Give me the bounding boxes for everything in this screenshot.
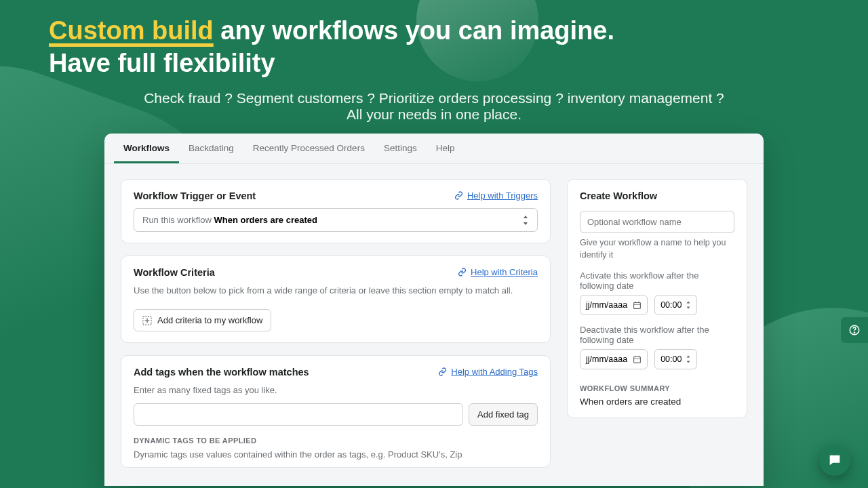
tab-recent-orders[interactable]: Recently Processed Orders — [243, 134, 374, 163]
hero-highlight: Custom build — [49, 16, 214, 45]
app-window: Workflows Backdating Recently Processed … — [104, 134, 764, 486]
link-icon — [454, 191, 463, 200]
svg-rect-2 — [635, 301, 635, 302]
name-help-text: Give your workflow a name to help you id… — [580, 237, 734, 261]
link-icon — [438, 367, 447, 376]
svg-rect-8 — [634, 358, 641, 359]
workflow-summary-header: WORKFLOW SUMMARY — [580, 384, 734, 392]
tab-backdating[interactable]: Backdating — [179, 134, 243, 163]
deactivate-time-input[interactable]: 00:00 — [654, 349, 697, 369]
activate-date-input[interactable]: jj/mm/aaaa — [580, 295, 648, 315]
chat-button[interactable] — [819, 445, 850, 476]
link-help-criteria[interactable]: Help with Criteria — [458, 267, 538, 277]
dynamic-tags-header: DYNAMIC TAGS TO BE APPLIED — [134, 436, 538, 445]
card-trigger: Workflow Trigger or Event Help with Trig… — [121, 179, 551, 243]
criteria-description: Use the button below to pick from a wide… — [134, 285, 538, 297]
tab-workflows[interactable]: Workflows — [114, 134, 179, 163]
dynamic-tags-description: Dynamic tags use values contained within… — [134, 449, 538, 461]
help-fab-button[interactable] — [841, 317, 868, 343]
activate-label: Activate this workflow after the followi… — [580, 270, 734, 291]
deactivate-date-input[interactable]: jj/mm/aaaa — [580, 349, 648, 369]
add-fixed-tag-button[interactable]: Add fixed tag — [469, 403, 538, 426]
select-chevron-icon — [522, 216, 529, 225]
tabs: Workflows Backdating Recently Processed … — [104, 134, 764, 164]
svg-rect-7 — [639, 355, 639, 357]
svg-rect-3 — [639, 301, 639, 302]
trigger-select[interactable]: Run this workflow When orders are create… — [134, 208, 538, 232]
hero-subtitle: Check fraud ? Segment customers ? Priori… — [49, 90, 819, 123]
deactivate-label: Deactivate this workflow after the follo… — [580, 325, 734, 345]
workflow-summary-text: When orders are created — [580, 396, 734, 407]
svg-rect-6 — [635, 355, 635, 357]
tab-settings[interactable]: Settings — [374, 134, 427, 163]
svg-rect-4 — [634, 304, 641, 304]
card-create-workflow: Create Workflow Give your workflow a nam… — [567, 179, 747, 418]
card-tags: Add tags when the workflow matches Help … — [121, 355, 551, 467]
link-help-tags[interactable]: Help with Adding Tags — [438, 367, 538, 377]
link-help-triggers[interactable]: Help with Triggers — [454, 190, 538, 201]
add-criteria-button[interactable]: Add criteria to my workflow — [134, 309, 271, 331]
card-title: Workflow Trigger or Event — [134, 190, 256, 201]
hero-title: Custom build any workflows you can imagi… — [49, 15, 819, 79]
card-title: Workflow Criteria — [134, 267, 215, 278]
select-chevron-icon — [686, 355, 691, 363]
calendar-icon — [633, 301, 642, 310]
fixed-tag-input[interactable] — [134, 403, 463, 426]
card-criteria: Workflow Criteria Help with Criteria Use… — [121, 256, 551, 343]
card-title: Create Workflow — [580, 190, 734, 201]
tab-help[interactable]: Help — [427, 134, 465, 163]
svg-rect-5 — [634, 357, 641, 363]
calendar-icon — [633, 355, 642, 364]
card-title: Add tags when the workflow matches — [134, 367, 309, 378]
select-chevron-icon — [686, 301, 691, 309]
tags-description: Enter as many fixed tags as you like. — [134, 384, 538, 396]
hero: Custom build any workflows you can imagi… — [0, 0, 868, 123]
link-icon — [458, 268, 467, 277]
svg-point-10 — [854, 332, 854, 333]
activate-time-input[interactable]: 00:00 — [654, 295, 697, 315]
svg-rect-1 — [634, 302, 641, 308]
add-icon — [142, 316, 152, 325]
workflow-name-input[interactable] — [580, 211, 734, 233]
